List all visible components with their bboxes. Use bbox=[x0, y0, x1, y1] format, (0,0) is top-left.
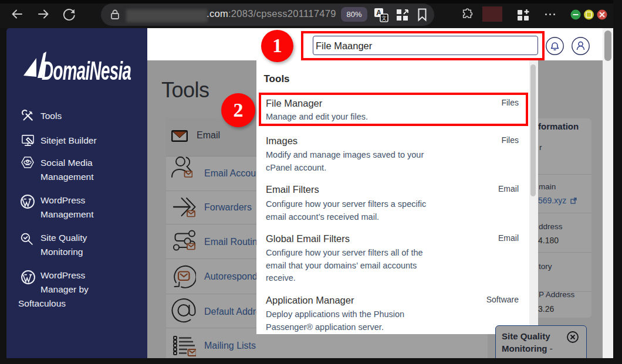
svg-text:文: 文 bbox=[381, 15, 387, 21]
